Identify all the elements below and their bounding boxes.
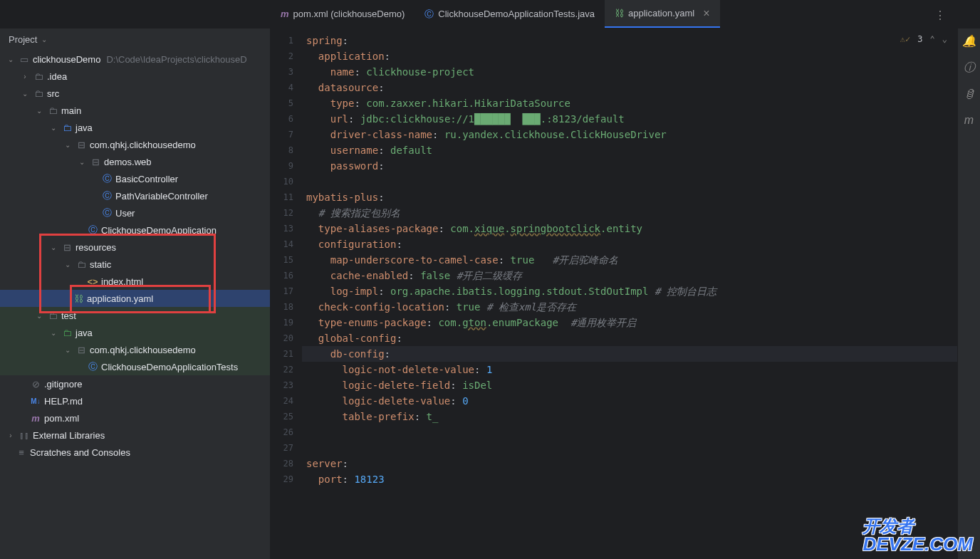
tree-node-idea[interactable]: › 🗀 .idea (0, 68, 270, 85)
java-class-icon: Ⓒ (87, 360, 98, 373)
tree-node-help-md[interactable]: M↓ HELP.md (0, 392, 270, 409)
editor-tabs-bar: m pom.xml (clickhouseDemo) Ⓒ ClickhouseD… (0, 0, 980, 28)
tree-label: demos.web (104, 157, 151, 167)
chevron-down-icon[interactable]: ⌄ (34, 312, 44, 320)
watermark-en: DEVZE.COM (862, 535, 973, 553)
tree-node-index-html[interactable]: <> index.html (0, 273, 270, 290)
database-icon[interactable]: 🛢 (964, 88, 975, 101)
resources-folder-icon: ⊟ (61, 242, 73, 253)
editor-gutter[interactable]: 1234567891011121314151617181920212223242… (271, 28, 302, 559)
gitignore-icon: ⊘ (30, 379, 41, 390)
folder-icon: 🗀 (47, 105, 58, 116)
project-tree[interactable]: ⌄ ▭ clickhouseDemo D:\Code\IdeaProjects\… (0, 51, 270, 559)
notifications-icon[interactable]: 🔔 (962, 34, 976, 48)
scratches-icon: ≡ (16, 447, 27, 458)
tree-node-resources[interactable]: ⌄ ⊟ resources (0, 239, 270, 256)
tree-label: External Libraries (33, 430, 105, 441)
tree-node-test-pkg[interactable]: ⌄ ⊟ com.qhkj.clickhousedemo (0, 341, 270, 358)
html-icon: <> (87, 276, 98, 287)
tree-node-clickhouse-demo-app[interactable]: Ⓒ ClickhouseDemoApplication (0, 221, 270, 239)
tree-label: test (61, 310, 76, 321)
tree-label: com.qhkj.clickhousedemo (90, 345, 196, 355)
tree-label: BasicController (115, 174, 178, 184)
tree-node-application-yaml[interactable]: ⛓ application.yaml (0, 290, 270, 307)
chevron-down-icon[interactable]: ⌄ (77, 158, 87, 166)
tree-label: ClickhouseDemoApplicationTests (101, 362, 238, 372)
tree-label: static (90, 259, 111, 270)
tree-node-src[interactable]: ⌄ 🗀 src (0, 85, 270, 102)
tree-node-gitignore[interactable]: ⊘ .gitignore (0, 375, 270, 392)
folder-icon: 🗀 (47, 310, 58, 321)
project-tool-window: Project ⌄ ⌄ ▭ clickhouseDemo D:\Code\Ide… (0, 28, 271, 559)
source-folder-icon: 🗀 (61, 122, 73, 133)
chevron-down-icon[interactable]: ⌄ (63, 346, 73, 354)
chevron-down-icon[interactable]: ⌄ (942, 34, 947, 44)
chevron-down-icon[interactable]: ⌄ (20, 90, 30, 98)
maven-tool-icon[interactable]: m (964, 114, 974, 127)
tree-root[interactable]: ⌄ ▭ clickhouseDemo D:\Code\IdeaProjects\… (0, 51, 270, 68)
tree-node-test[interactable]: ⌄ 🗀 test (0, 307, 270, 324)
tree-node-demos-web[interactable]: ⌄ ⊟ demos.web (0, 153, 270, 170)
tree-node-test-java[interactable]: ⌄ 🗀 java (0, 324, 270, 341)
watermark-zh: 开发者 (862, 518, 973, 535)
tree-label: index.html (101, 276, 143, 287)
close-icon[interactable]: × (703, 7, 709, 20)
tree-external-libraries[interactable]: › ⫿⫿ External Libraries (0, 427, 270, 444)
chevron-up-icon[interactable]: ⌃ (930, 34, 935, 44)
tab-label: ClickhouseDemoApplicationTests.java (438, 9, 595, 19)
chevron-right-icon[interactable]: › (20, 73, 30, 80)
tab-tests-java[interactable]: Ⓒ ClickhouseDemoApplicationTests.java (415, 0, 605, 28)
tree-node-main[interactable]: ⌄ 🗀 main (0, 102, 270, 119)
package-icon: ⊟ (75, 345, 87, 355)
watermark: 开发者 DEVZE.COM (862, 518, 973, 553)
tree-label: User (115, 208, 135, 219)
ai-icon[interactable]: ⓘ (964, 61, 975, 75)
tab-pom-xml[interactable]: m pom.xml (clickhouseDemo) (271, 0, 415, 28)
tree-node-user[interactable]: Ⓒ User (0, 204, 270, 221)
chevron-down-icon[interactable]: ⌄ (34, 107, 44, 115)
editor-area: 1234567891011121314151617181920212223242… (271, 28, 957, 559)
tree-node-package[interactable]: ⌄ ⊟ com.qhkj.clickhousedemo (0, 136, 270, 153)
tree-path: D:\Code\IdeaProjects\clickhouseD (106, 54, 246, 65)
more-icon[interactable]: ⋮ (934, 9, 946, 22)
tree-node-test-class[interactable]: Ⓒ ClickhouseDemoApplicationTests (0, 358, 270, 375)
tree-label: Scratches and Consoles (30, 447, 130, 458)
chevron-down-icon[interactable]: ⌄ (6, 56, 16, 63)
tree-node-static[interactable]: ⌄ 🗀 static (0, 256, 270, 273)
tree-label: application.yaml (87, 293, 153, 304)
chevron-down-icon[interactable]: ⌄ (48, 124, 58, 132)
folder-icon: 🗀 (33, 88, 44, 99)
tree-scratches[interactable]: ≡ Scratches and Consoles (0, 444, 270, 461)
tree-label: java (75, 122, 93, 133)
inspection-widget[interactable]: ⚠✓ 3 ⌃ ⌄ (900, 34, 947, 44)
chevron-down-icon[interactable]: ⌄ (48, 244, 58, 251)
java-class-icon: Ⓒ (87, 224, 98, 236)
package-icon: ⊟ (90, 157, 101, 167)
tree-node-path-var-controller[interactable]: Ⓒ PathVariableController (0, 187, 270, 204)
chevron-down-icon[interactable]: ⌄ (63, 261, 73, 268)
tree-node-pom-xml[interactable]: m pom.xml (0, 409, 270, 427)
yaml-icon: ⛓ (615, 8, 624, 19)
panel-title: Project (9, 34, 37, 45)
java-class-icon: Ⓒ (101, 189, 113, 202)
code-content[interactable]: spring: application: name: clickhouse-pr… (302, 28, 957, 559)
tab-application-yaml[interactable]: ⛓ application.yaml × (605, 0, 720, 28)
chevron-right-icon[interactable]: › (6, 432, 16, 439)
check-icon: ⚠✓ (900, 34, 910, 44)
package-icon: ⊟ (75, 140, 87, 150)
tree-label: resources (75, 242, 116, 253)
project-panel-header[interactable]: Project ⌄ (0, 28, 270, 51)
folder-icon: 🗀 (33, 71, 44, 82)
chevron-down-icon[interactable]: ⌄ (41, 36, 47, 43)
tree-label: PathVariableController (115, 191, 208, 202)
main-area: Project ⌄ ⌄ ▭ clickhouseDemo D:\Code\Ide… (0, 28, 980, 559)
tree-label: pom.xml (44, 413, 79, 424)
tab-label: pom.xml (clickhouseDemo) (293, 9, 405, 19)
chevron-down-icon[interactable]: ⌄ (63, 141, 73, 149)
tree-label: com.qhkj.clickhousedemo (90, 140, 196, 150)
chevron-down-icon[interactable]: ⌄ (48, 329, 58, 337)
tree-label: .idea (47, 71, 67, 82)
tree-node-java[interactable]: ⌄ 🗀 java (0, 119, 270, 136)
tree-node-basic-controller[interactable]: Ⓒ BasicController (0, 170, 270, 187)
folder-icon: 🗀 (75, 259, 87, 270)
